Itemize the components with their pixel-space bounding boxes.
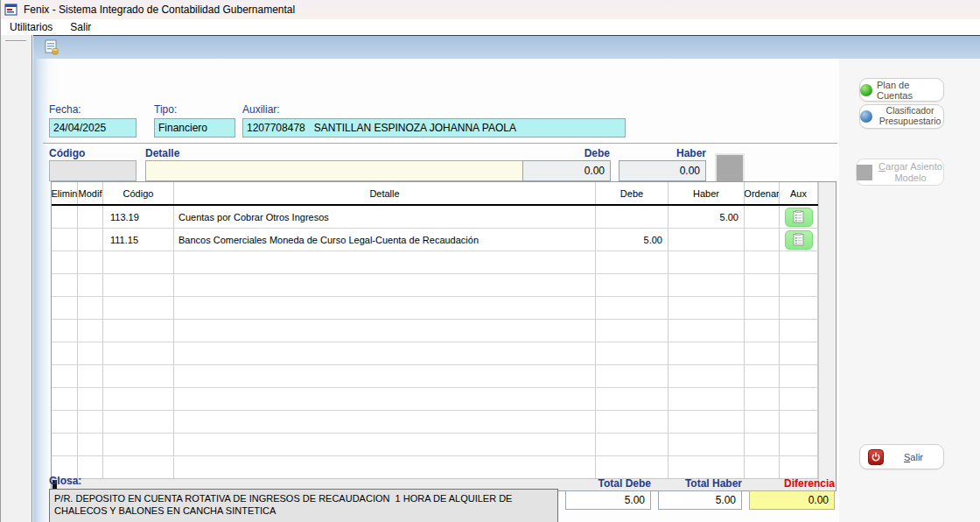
cell-ordenar[interactable] xyxy=(745,365,780,388)
glosa-text[interactable]: P/R. DEPOSITO EN CUENTA ROTATIVA DE INGR… xyxy=(49,489,558,522)
cell-debe[interactable] xyxy=(596,251,668,274)
cell-ordenar[interactable] xyxy=(745,206,780,229)
cell-debe[interactable]: 5.00 xyxy=(596,229,668,251)
cell-debe[interactable] xyxy=(596,320,668,342)
cell-haber[interactable] xyxy=(668,297,745,320)
cell-debe[interactable] xyxy=(596,342,668,365)
salir-button[interactable]: Salir xyxy=(859,444,944,469)
col-header-haber[interactable]: Haber xyxy=(668,182,745,204)
cell-modif[interactable] xyxy=(78,229,103,251)
cell-elimin[interactable] xyxy=(52,274,78,297)
cell-codigo[interactable] xyxy=(103,388,174,411)
cell-modif[interactable] xyxy=(78,342,103,365)
col-header-ordenar[interactable]: Ordenar xyxy=(745,182,780,204)
cell-modif[interactable] xyxy=(78,388,103,411)
cell-detalle[interactable] xyxy=(174,274,596,297)
cell-detalle[interactable] xyxy=(174,251,596,274)
left-sidebar[interactable] xyxy=(1,35,32,522)
cell-debe[interactable] xyxy=(596,411,668,434)
table-row[interactable] xyxy=(52,388,818,411)
cell-haber[interactable] xyxy=(668,434,745,456)
cell-codigo[interactable] xyxy=(103,434,174,456)
cell-debe[interactable] xyxy=(596,434,668,456)
cell-ordenar[interactable] xyxy=(745,411,780,434)
cell-detalle[interactable] xyxy=(174,434,596,456)
cell-elimin[interactable] xyxy=(52,320,78,342)
cell-debe[interactable] xyxy=(596,388,668,411)
cell-ordenar[interactable] xyxy=(745,320,780,342)
cell-debe[interactable] xyxy=(596,206,668,229)
cell-elimin[interactable] xyxy=(52,388,78,411)
tipo-field[interactable]: Financiero xyxy=(154,118,235,138)
table-row[interactable]: 111.15Bancos Comerciales Moneda de Curso… xyxy=(52,229,818,251)
cell-debe[interactable] xyxy=(596,365,668,388)
menu-salir[interactable]: Salir xyxy=(61,20,100,34)
cell-codigo[interactable] xyxy=(103,274,174,297)
cell-haber[interactable] xyxy=(668,411,745,434)
cell-ordenar[interactable] xyxy=(745,297,780,320)
detalle-input[interactable] xyxy=(145,160,526,181)
table-row[interactable] xyxy=(52,434,818,456)
cell-detalle[interactable] xyxy=(174,297,596,320)
cell-elimin[interactable] xyxy=(52,342,78,365)
cell-modif[interactable] xyxy=(78,365,103,388)
cell-codigo[interactable]: 111.15 xyxy=(103,229,174,251)
cell-haber[interactable] xyxy=(668,320,745,342)
debe-input[interactable]: 0.00 xyxy=(522,160,611,181)
cell-haber[interactable] xyxy=(668,229,745,251)
plan-de-cuentas-button[interactable]: Plan de Cuentas xyxy=(859,78,944,102)
cell-modif[interactable] xyxy=(78,411,103,434)
cell-codigo[interactable] xyxy=(103,411,174,434)
codigo-input[interactable] xyxy=(49,160,136,181)
vertical-scrollbar[interactable] xyxy=(818,182,836,491)
cell-modif[interactable] xyxy=(78,320,103,342)
cell-ordenar[interactable] xyxy=(745,388,780,411)
col-header-detalle[interactable]: Detalle xyxy=(174,182,596,204)
cell-debe[interactable] xyxy=(596,297,668,320)
cell-elimin[interactable] xyxy=(52,297,78,320)
cell-ordenar[interactable] xyxy=(745,274,780,297)
haber-input[interactable]: 0.00 xyxy=(619,160,706,181)
menu-utilitarios[interactable]: Utilitarios xyxy=(1,20,61,34)
cell-elimin[interactable] xyxy=(52,251,78,274)
table-row[interactable] xyxy=(52,320,818,342)
fecha-field[interactable]: 24/04/2025 xyxy=(49,118,136,138)
cell-detalle[interactable]: Bancos Comerciales Moneda de Curso Legal… xyxy=(174,229,596,251)
cell-haber[interactable] xyxy=(668,274,745,297)
account-picker-button[interactable] xyxy=(715,153,745,183)
cell-elimin[interactable] xyxy=(52,206,78,229)
cell-modif[interactable] xyxy=(78,297,103,320)
cell-haber[interactable]: 5.00 xyxy=(668,206,745,229)
cell-codigo[interactable] xyxy=(103,251,174,274)
col-header-elimin[interactable]: Elimin xyxy=(52,182,78,204)
aux-button[interactable] xyxy=(785,230,813,250)
cell-haber[interactable] xyxy=(668,456,745,479)
cell-haber[interactable] xyxy=(668,388,745,411)
table-row[interactable] xyxy=(52,342,818,365)
cell-elimin[interactable] xyxy=(52,365,78,388)
cell-haber[interactable] xyxy=(668,342,745,365)
cell-detalle[interactable] xyxy=(174,320,596,342)
table-row[interactable] xyxy=(52,274,818,297)
cell-codigo[interactable]: 113.19 xyxy=(103,206,174,229)
table-row[interactable] xyxy=(52,411,818,434)
cell-detalle[interactable]: Cuentas por Cobrar Otros Ingresos xyxy=(174,206,596,229)
cell-haber[interactable] xyxy=(668,251,745,274)
cell-ordenar[interactable] xyxy=(745,456,780,479)
cell-codigo[interactable] xyxy=(103,297,174,320)
splitter-grip[interactable] xyxy=(5,40,26,42)
cell-haber[interactable] xyxy=(668,365,745,388)
cell-modif[interactable] xyxy=(78,274,103,297)
cargar-asiento-modelo-button[interactable]: Cargar Asiento Modelo xyxy=(856,159,944,186)
cell-ordenar[interactable] xyxy=(745,434,780,456)
cell-codigo[interactable] xyxy=(103,342,174,365)
table-row[interactable]: 113.19Cuentas por Cobrar Otros Ingresos5… xyxy=(52,206,818,229)
table-row[interactable] xyxy=(52,251,818,274)
cell-codigo[interactable] xyxy=(103,456,174,479)
cell-detalle[interactable] xyxy=(174,411,596,434)
cell-detalle[interactable] xyxy=(174,365,596,388)
cell-elimin[interactable] xyxy=(52,411,78,434)
cell-codigo[interactable] xyxy=(103,365,174,388)
aux-button[interactable] xyxy=(785,208,813,227)
cell-modif[interactable] xyxy=(78,456,103,479)
